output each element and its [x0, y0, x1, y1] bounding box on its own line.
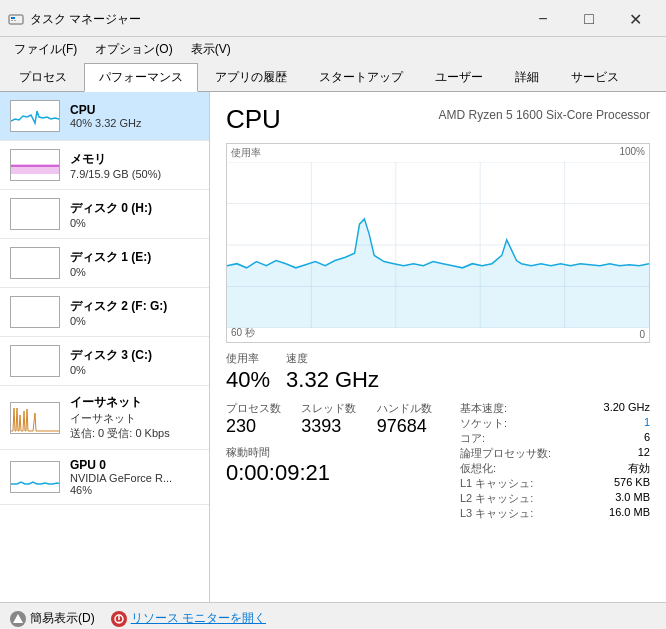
svg-rect-9: [11, 346, 60, 377]
chart-svg: [227, 162, 649, 328]
ethernet-sub: 送信: 0 受信: 0 Kbps: [70, 426, 199, 441]
core-value: 6: [644, 431, 650, 446]
main-content: CPU 40% 3.32 GHz メモリ 7.9/15.9 GB (50%): [0, 92, 666, 602]
svg-marker-20: [227, 219, 649, 328]
minimize-button[interactable]: −: [520, 6, 566, 32]
disk1-name: ディスク 1 (E:): [70, 249, 199, 266]
socket-value: 1: [644, 416, 650, 431]
simple-view-btn[interactable]: 簡易表示(D): [10, 610, 95, 627]
sidebar-item-ethernet[interactable]: イーサネット イーサネット 送信: 0 受信: 0 Kbps: [0, 386, 209, 450]
svg-rect-2: [11, 20, 13, 21]
resource-monitor-btn[interactable]: リソース モニターを開く: [111, 610, 266, 627]
svg-rect-3: [14, 20, 16, 21]
title-bar: タスク マネージャー − □ ✕: [0, 0, 666, 37]
threads-label: スレッド数: [301, 401, 368, 416]
usage-label: 使用率: [226, 351, 270, 366]
stat-speed: 速度 3.32 GHz: [286, 351, 379, 393]
svg-rect-0: [9, 15, 23, 24]
l1-value: 576 KB: [614, 476, 650, 491]
menu-options[interactable]: オプション(O): [87, 39, 180, 60]
disk3-thumb: [10, 345, 60, 377]
core-row: コア: 6: [460, 431, 650, 446]
l2-value: 3.0 MB: [615, 491, 650, 506]
gpu-sub: 46%: [70, 484, 199, 496]
close-button[interactable]: ✕: [612, 6, 658, 32]
uptime-label: 稼動時間: [226, 445, 444, 460]
base-speed-row: 基本速度: 3.20 GHz: [460, 401, 650, 416]
virt-label: 仮想化:: [460, 461, 496, 476]
cpu-chart: 使用率 100% 60 秒 0: [226, 143, 650, 343]
pth-grid: プロセス数 230 スレッド数 3393 ハンドル数 97684: [226, 401, 444, 437]
stat-usage: 使用率 40%: [226, 351, 270, 393]
processes-label: プロセス数: [226, 401, 293, 416]
processes-col: プロセス数 230: [226, 401, 293, 437]
sidebar-item-cpu[interactable]: CPU 40% 3.32 GHz: [0, 92, 209, 141]
simple-view-label: 簡易表示(D): [30, 610, 95, 627]
logical-value: 12: [638, 446, 650, 461]
ethernet-name: イーサネット: [70, 394, 199, 411]
resource-monitor-label[interactable]: リソース モニターを開く: [131, 610, 266, 627]
resource-monitor-icon: [111, 611, 127, 627]
memory-name: メモリ: [70, 151, 199, 168]
tab-users[interactable]: ユーザー: [420, 63, 498, 92]
menu-file[interactable]: ファイル(F): [6, 39, 85, 60]
memory-info: メモリ 7.9/15.9 GB (50%): [70, 151, 199, 180]
svg-rect-6: [11, 199, 60, 230]
sidebar-item-disk2[interactable]: ディスク 2 (F: G:) 0%: [0, 288, 209, 337]
bottom-bar: 簡易表示(D) リソース モニターを開く: [0, 602, 666, 629]
maximize-button[interactable]: □: [566, 6, 612, 32]
l1-row: L1 キャッシュ: 576 KB: [460, 476, 650, 491]
detail-subtitle: AMD Ryzen 5 1600 Six-Core Processor: [439, 108, 650, 122]
disk3-info: ディスク 3 (C:) 0%: [70, 347, 199, 376]
disk2-sub: 0%: [70, 315, 199, 327]
socket-label: ソケット:: [460, 416, 507, 431]
base-speed-value: 3.20 GHz: [604, 401, 650, 416]
disk3-sub: 0%: [70, 364, 199, 376]
cpu-sub: 40% 3.32 GHz: [70, 117, 199, 129]
l3-row: L3 キャッシュ: 16.0 MB: [460, 506, 650, 521]
svg-rect-8: [11, 297, 60, 328]
tab-process[interactable]: プロセス: [4, 63, 82, 92]
ethernet-info: イーサネット イーサネット 送信: 0 受信: 0 Kbps: [70, 394, 199, 441]
tab-performance[interactable]: パフォーマンス: [84, 63, 198, 92]
uptime-block: 稼動時間 0:00:09:21: [226, 445, 444, 486]
sidebar-item-disk0[interactable]: ディスク 0 (H:) 0%: [0, 190, 209, 239]
l3-value: 16.0 MB: [609, 506, 650, 521]
l1-label: L1 キャッシュ:: [460, 476, 533, 491]
core-label: コア:: [460, 431, 485, 446]
gpu-subname: NVIDIA GeForce R...: [70, 472, 199, 484]
simple-view-icon: [10, 611, 26, 627]
virt-value: 有効: [628, 461, 650, 476]
tab-apphistory[interactable]: アプリの履歴: [200, 63, 302, 92]
chart-label-60s: 60 秒: [231, 326, 255, 340]
tab-services[interactable]: サービス: [556, 63, 634, 92]
sidebar-item-disk3[interactable]: ディスク 3 (C:) 0%: [0, 337, 209, 386]
memory-thumb: [10, 149, 60, 181]
menu-view[interactable]: 表示(V): [183, 39, 239, 60]
sidebar-item-disk1[interactable]: ディスク 1 (E:) 0%: [0, 239, 209, 288]
cpu-name: CPU: [70, 103, 199, 117]
chart-label-usage: 使用率: [231, 146, 261, 160]
socket-row: ソケット: 1: [460, 416, 650, 431]
chart-label-0: 0: [639, 329, 645, 340]
disk2-thumb: [10, 296, 60, 328]
detail-panel: CPU AMD Ryzen 5 1600 Six-Core Processor …: [210, 92, 666, 602]
l2-label: L2 キャッシュ:: [460, 491, 533, 506]
speed-value: 3.32 GHz: [286, 367, 379, 393]
tab-details[interactable]: 詳細: [500, 63, 554, 92]
disk1-info: ディスク 1 (E:) 0%: [70, 249, 199, 278]
tab-startup[interactable]: スタートアップ: [304, 63, 418, 92]
sidebar-item-memory[interactable]: メモリ 7.9/15.9 GB (50%): [0, 141, 209, 190]
stats-row-main: 使用率 40% 速度 3.32 GHz: [226, 351, 650, 393]
cpu-info-right: 基本速度: 3.20 GHz ソケット: 1 コア: 6 論理プロセッサ数: 1…: [460, 401, 650, 521]
disk1-sub: 0%: [70, 266, 199, 278]
handles-label: ハンドル数: [377, 401, 444, 416]
usage-value: 40%: [226, 367, 270, 393]
sidebar-item-gpu[interactable]: GPU 0 NVIDIA GeForce R... 46%: [0, 450, 209, 505]
app-icon: [8, 11, 24, 27]
svg-point-23: [118, 621, 120, 623]
svg-rect-7: [11, 248, 60, 279]
memory-sub: 7.9/15.9 GB (50%): [70, 168, 199, 180]
threads-value: 3393: [301, 416, 368, 437]
disk2-info: ディスク 2 (F: G:) 0%: [70, 298, 199, 327]
